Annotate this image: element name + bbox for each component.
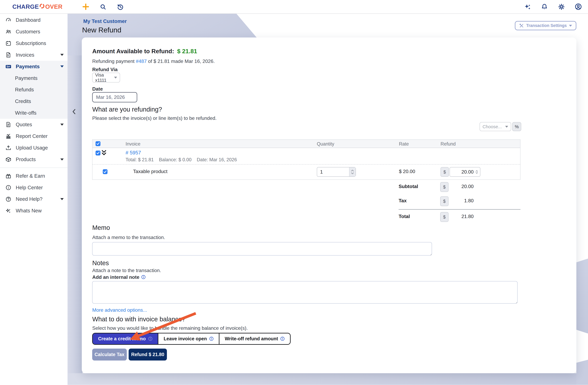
sidebar-item-upload-usage[interactable]: Upload Usage (0, 142, 67, 154)
internal-note-label: Add an internal note (92, 274, 146, 280)
chargeover-logo[interactable]: CHARGE OVER (12, 3, 63, 10)
sidebar-subitem-payments[interactable]: Payments (0, 72, 67, 84)
refund-submit-button[interactable]: Refund $ 21.80 (129, 349, 167, 361)
sidebar-item-subscriptions[interactable]: Subscriptions (0, 38, 67, 49)
line-item-checkbox[interactable] (103, 169, 108, 174)
refund-via-select[interactable]: Visa x1111 (92, 73, 120, 82)
invoice-balance-heading: What to do with invoice balance? (92, 316, 186, 323)
page-header: My Test Customer New Refund Transaction … (67, 14, 588, 38)
col-header-rate: Rate (399, 141, 409, 147)
sidebar-item-quotes[interactable]: Quotes (0, 119, 67, 130)
settings-button[interactable] (556, 1, 567, 12)
quantity-spinner-buttons[interactable] (349, 167, 356, 176)
spinner-up-icon (475, 170, 478, 172)
question-circle-icon (5, 196, 12, 203)
chevron-down-icon (569, 25, 572, 27)
subtotal-label: Subtotal (399, 184, 418, 189)
chevron-down-icon (60, 198, 64, 200)
quick-add-button[interactable] (81, 1, 91, 12)
refunding-section-subtext: Please select the invoice(s) or line ite… (92, 115, 216, 121)
sidebar-item-need-help[interactable]: Need Help? (0, 193, 67, 205)
sidebar-item-customers[interactable]: Customers (0, 26, 67, 38)
sidebar-item-products[interactable]: Products (0, 154, 67, 165)
percent-button[interactable]: % (512, 122, 521, 131)
sidebar-collapse-button[interactable] (70, 106, 78, 117)
spinner-up-icon (351, 170, 354, 172)
sidebar-item-refer-earn[interactable]: Refer & Earn (0, 170, 67, 182)
transaction-settings-button[interactable]: Transaction Settings (515, 21, 577, 30)
customers-icon (5, 28, 12, 35)
option-write-off-refund-amount[interactable]: Write-off refund amount (219, 333, 290, 344)
plus-icon (82, 3, 89, 10)
notifications-button[interactable] (539, 1, 550, 12)
quantity-stepper[interactable]: 1 (317, 167, 356, 177)
calculate-tax-button[interactable]: Calculate Tax (92, 349, 127, 361)
sidebar-item-invoices[interactable]: $ Invoices (0, 49, 67, 61)
dashboard-icon (5, 17, 12, 23)
notes-heading: Notes (92, 259, 109, 267)
sidebar-item-label: Whats New (16, 208, 42, 214)
memo-textarea[interactable] (92, 242, 432, 256)
sidebar-subitem-credits[interactable]: Credits (0, 96, 67, 107)
refund-form-card: Amount Available to Refund:$ 21.81 Refun… (82, 38, 576, 373)
col-header-invoice: Invoice (126, 141, 140, 147)
info-icon (209, 337, 214, 341)
sidebar-item-label: Invoices (16, 52, 34, 58)
sidebar-divider (0, 167, 67, 168)
more-advanced-options-link[interactable]: More advanced options... (92, 307, 147, 313)
sidebar-subitem-refunds[interactable]: Refunds (0, 84, 67, 96)
payment-number-link[interactable]: #487 (136, 59, 147, 64)
chevron-down-icon (60, 123, 64, 126)
expand-line-items-icon[interactable] (102, 150, 106, 157)
search-button[interactable] (98, 1, 108, 12)
avatar-icon (574, 3, 582, 11)
chevron-down-icon (60, 158, 64, 161)
deco-bottom-band (67, 373, 588, 385)
sidebar-item-report-center[interactable]: Report Center (0, 130, 67, 142)
ai-sparkles-button[interactable] (523, 1, 533, 12)
tax-value: 1.80 (440, 198, 474, 203)
table-header-row: Invoice Quantity Rate Refund (92, 140, 520, 148)
sidebar-item-help-center[interactable]: Help Center (0, 182, 67, 193)
option-create-credit-memo[interactable]: Create a credit memo (93, 333, 158, 344)
total-label: Total (399, 214, 410, 219)
payments-nav-group: $ Payments Payments Refunds Credits Writ… (0, 61, 67, 119)
line-item-rate: $ 20.00 (399, 169, 415, 174)
sidebar-item-label: Subscriptions (16, 41, 46, 46)
history-icon (117, 3, 124, 11)
refund-amount-input[interactable]: 20.00 (450, 167, 480, 177)
refund-items-table: Invoice Quantity Rate Refund # 5957 Tota… (92, 139, 521, 180)
refund-spinner-buttons[interactable] (474, 170, 479, 174)
sidebar-item-payments[interactable]: $ Payments (0, 61, 67, 72)
account-button[interactable] (573, 1, 584, 12)
sidebar-item-whats-new[interactable]: Whats New (0, 205, 67, 217)
gift-icon (5, 173, 12, 179)
totals-divider (399, 209, 521, 210)
invoice-icon: $ (5, 52, 12, 58)
sidebar-item-label: Need Help? (16, 196, 42, 202)
sidebar-item-dashboard[interactable]: Dashboard (0, 14, 67, 26)
invoice-row: # 5957 Total: $ 21.81Balance: $ 0.00Date… (92, 148, 520, 164)
info-icon (148, 337, 152, 341)
currency-badge: $ (441, 167, 449, 177)
history-button[interactable] (115, 1, 126, 12)
date-input[interactable] (92, 92, 137, 102)
select-all-checkbox[interactable] (96, 141, 101, 146)
whats-new-sparkles-icon (5, 208, 12, 214)
choose-select[interactable]: Choose... (480, 122, 511, 131)
info-icon (141, 275, 146, 279)
sidebar-subitem-write-offs[interactable]: Write-offs (0, 107, 67, 119)
logo-text-charge: CHARGE (12, 3, 39, 10)
option-leave-invoice-open[interactable]: Leave invoice open (158, 333, 219, 344)
customer-breadcrumb-link[interactable]: My Test Customer (83, 18, 127, 24)
invoice-checkbox[interactable] (96, 151, 101, 156)
topbar: CHARGE OVER (0, 0, 588, 14)
chevron-down-icon (60, 54, 64, 56)
upload-icon (5, 145, 12, 151)
payments-icon: $ (5, 63, 12, 70)
sidebar-item-label: Quotes (16, 122, 32, 127)
sidebar-item-label: Upload Usage (16, 145, 48, 151)
internal-note-textarea[interactable] (92, 281, 517, 304)
balance-option-group: Create a credit memo Leave invoice open … (92, 333, 291, 345)
invoice-number-link[interactable]: # 5957 (126, 150, 141, 156)
